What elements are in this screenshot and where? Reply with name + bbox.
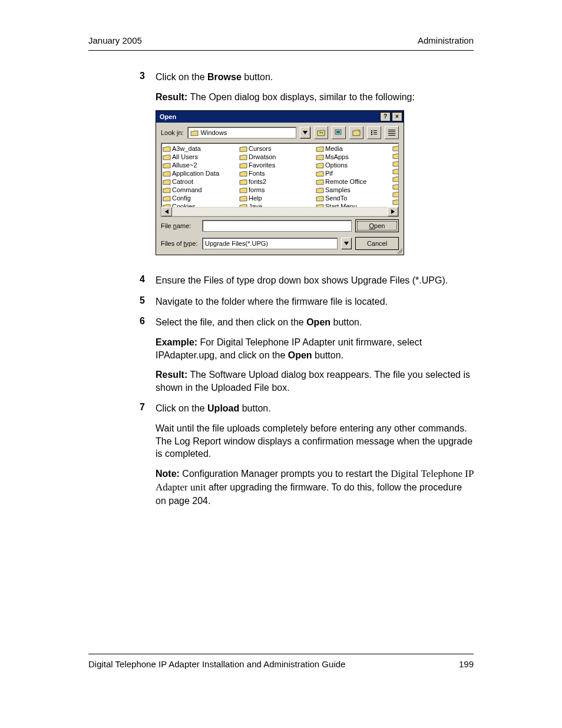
header-date: January 2005	[88, 35, 142, 45]
svg-rect-10	[388, 133, 395, 134]
folder-icon	[392, 199, 398, 205]
list-item[interactable]	[392, 152, 398, 160]
list-item[interactable]	[392, 190, 398, 198]
folder-icon	[392, 191, 398, 197]
svg-rect-2	[371, 130, 372, 131]
list-item[interactable]: Start Menu	[316, 202, 392, 207]
list-item[interactable]: Pif	[316, 169, 392, 177]
step-number: 3	[0, 71, 156, 266]
list-item[interactable]: Fonts	[239, 169, 316, 177]
filetype-label: Files of type:	[161, 239, 199, 248]
scroll-left-button[interactable]	[161, 207, 172, 216]
folder-icon	[316, 170, 324, 177]
svg-rect-9	[388, 131, 395, 132]
filename-input[interactable]	[202, 220, 352, 232]
header-section: Administration	[418, 35, 474, 45]
list-item[interactable]: Config	[163, 194, 239, 202]
folder-icon	[392, 153, 398, 159]
close-button[interactable]: ×	[392, 112, 402, 121]
list-item[interactable]: Java	[239, 202, 316, 207]
list-item[interactable]: Media	[316, 144, 392, 153]
list-item[interactable]: Alluse~2	[163, 161, 239, 169]
horizontal-scrollbar[interactable]	[161, 207, 398, 216]
dialog-title: Open	[160, 113, 176, 121]
desktop-button[interactable]	[332, 126, 346, 139]
resize-grip[interactable]	[395, 246, 402, 253]
list-item[interactable]	[392, 144, 398, 152]
list-item-label: Media	[325, 144, 343, 153]
lookin-combo[interactable]: Windows	[187, 127, 296, 139]
list-item[interactable]	[392, 198, 398, 206]
list-item[interactable]: Samples	[316, 186, 392, 194]
folder-icon	[239, 162, 247, 169]
filename-label: File name:	[161, 222, 199, 230]
scroll-right-button[interactable]	[388, 207, 398, 216]
svg-rect-7	[373, 134, 377, 134]
list-item[interactable]: Command	[163, 186, 239, 194]
new-folder-button[interactable]	[349, 126, 363, 139]
list-item-label: Start Menu	[325, 202, 357, 207]
list-item-label: Drwatson	[249, 153, 276, 162]
filetype-combo[interactable]: Upgrade Files(*.UPG)	[202, 238, 338, 249]
step-6-result: Result: The Software Upload dialog box r…	[156, 368, 474, 394]
list-item-label: Pif	[325, 169, 333, 178]
folder-icon	[316, 187, 324, 193]
list-item[interactable]: Cookies	[163, 202, 239, 207]
folder-icon	[163, 170, 171, 177]
folder-icon	[163, 195, 171, 202]
list-item[interactable]: Drwatson	[239, 153, 316, 161]
list-item-label: Catroot	[172, 177, 193, 186]
list-item[interactable]: Cursors	[239, 144, 316, 153]
up-one-level-button[interactable]	[314, 126, 328, 139]
svg-rect-8	[388, 130, 395, 130]
list-item[interactable]	[392, 183, 398, 190]
cancel-button[interactable]: Cancel	[355, 237, 399, 250]
help-button[interactable]: ?	[380, 112, 391, 121]
open-dialog: Open ? × Look in: Windows	[156, 110, 404, 255]
svg-rect-11	[388, 135, 395, 136]
list-item[interactable]: Options	[316, 161, 392, 169]
list-item[interactable]: Remote Office	[316, 177, 392, 186]
list-item[interactable]: SendTo	[316, 194, 392, 202]
list-item-label: Alluse~2	[172, 161, 197, 170]
step-6-text: Select the file, and then click on the O…	[156, 316, 474, 329]
svg-rect-1	[336, 131, 340, 133]
folder-icon	[239, 170, 247, 177]
page-number: 199	[459, 659, 474, 669]
list-item-label: Command	[172, 186, 202, 195]
details-view-button[interactable]	[385, 126, 399, 139]
list-item[interactable]: fonts2	[239, 177, 316, 186]
folder-icon	[392, 168, 398, 174]
folder-icon	[239, 146, 247, 152]
list-item[interactable]: All Users	[163, 153, 239, 161]
list-item[interactable]	[392, 175, 398, 183]
list-view-button[interactable]	[367, 126, 381, 139]
list-item[interactable]: Favorites	[239, 161, 316, 169]
list-item-label: fonts2	[249, 177, 266, 186]
list-item[interactable]: Catroot	[163, 177, 239, 186]
list-item[interactable]: MsApps	[316, 153, 392, 161]
filetype-dropdown-button[interactable]	[341, 238, 352, 249]
folder-icon	[163, 162, 171, 169]
svg-rect-4	[371, 134, 372, 135]
list-item[interactable]: Help	[239, 194, 316, 202]
list-item[interactable]	[392, 167, 398, 175]
folder-icon	[316, 162, 324, 169]
scroll-track[interactable]	[172, 207, 388, 216]
list-item-label: Favorites	[249, 161, 275, 170]
list-item[interactable]	[392, 160, 398, 167]
list-item[interactable]: A3w_data	[163, 144, 239, 153]
step-7-note: Note: Configuration Manager prompts you …	[156, 467, 474, 507]
list-item[interactable]: forms	[239, 186, 316, 194]
svg-rect-5	[373, 130, 377, 131]
step-4-text: Ensure the Files of type drop down box s…	[156, 274, 474, 287]
dialog-titlebar[interactable]: Open ? ×	[156, 111, 404, 123]
list-item[interactable]: Application Data	[163, 169, 239, 177]
step-number: 5	[0, 295, 156, 308]
step-number: 6	[0, 316, 156, 394]
file-list[interactable]: A3w_dataAll UsersAlluse~2Application Dat…	[161, 143, 399, 217]
lookin-dropdown-button[interactable]	[300, 127, 310, 139]
lookin-label: Look in:	[161, 129, 184, 137]
open-button[interactable]: Open	[355, 219, 399, 232]
step-7-text: Click on the Upload button.	[156, 402, 474, 415]
